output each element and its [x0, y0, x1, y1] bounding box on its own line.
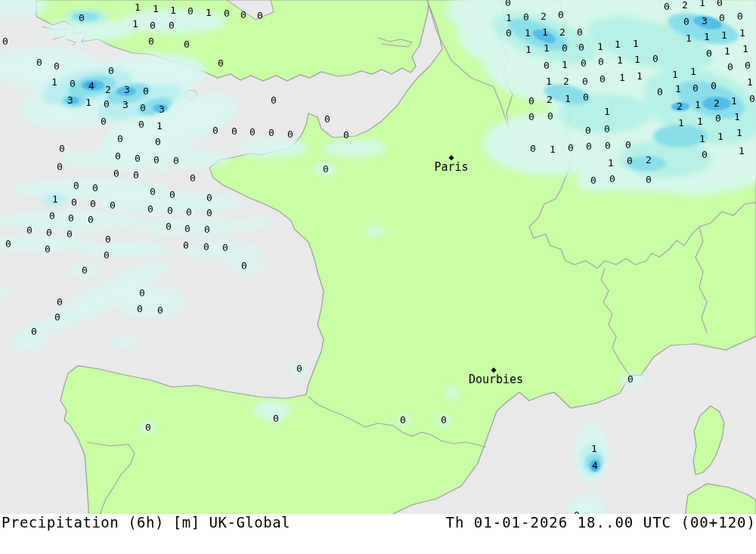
precip-value: 0 [57, 296, 63, 308]
precip-value: 0 [138, 119, 144, 130]
precip-value: 1 [591, 443, 597, 454]
precip-value: 1 [615, 39, 621, 50]
precip-value: 0 [5, 238, 11, 249]
precip-value: 0 [625, 139, 631, 150]
city-label: Dourbies [469, 373, 523, 386]
precip-value: 0 [271, 94, 277, 106]
precip-value: 0 [173, 155, 179, 166]
precip-value: 2 [646, 154, 652, 166]
precip-value: 0 [523, 11, 529, 23]
precip-value: 0 [737, 11, 743, 22]
precip-value: 0 [153, 154, 160, 166]
precip-value: 1 [637, 70, 643, 82]
precip-value: 0 [544, 60, 550, 71]
precip-value: 1 [562, 59, 568, 70]
precip-value: 0 [558, 9, 564, 20]
precip-value: 0 [147, 203, 153, 215]
map-title: Precipitation (6h) [m] UK-Global [2, 514, 290, 531]
precip-value: 0 [343, 129, 349, 141]
precip-value: 0 [627, 373, 634, 385]
precip-value: 0 [441, 414, 447, 426]
precip-value: 3 [702, 15, 708, 26]
precip-value: 1 [739, 27, 745, 39]
precip-value: 0 [46, 227, 52, 238]
precip-value: 0 [218, 57, 224, 69]
precip-value: 0 [692, 82, 699, 94]
precip-value: 0 [296, 363, 302, 374]
precip-value: 0 [190, 172, 196, 184]
precip-value: 0 [71, 197, 77, 208]
precip-value: 0 [155, 136, 161, 147]
precip-value: 1 [731, 95, 737, 107]
precip-value: 0 [206, 192, 212, 203]
precip-value: 0 [184, 39, 190, 50]
precip-value: 0 [104, 98, 110, 110]
precip-value: 0 [600, 73, 606, 85]
precip-value: 2 [559, 26, 565, 38]
precip-value: 0 [683, 16, 689, 27]
precip-value: 0 [609, 173, 615, 184]
precip-value: 0 [148, 36, 154, 47]
precip-value: 1 [156, 120, 163, 132]
precip-value: 0 [717, 0, 723, 8]
precip-value: 0 [257, 10, 263, 21]
precip-value: 1 [721, 29, 727, 41]
precip-value: 0 [45, 243, 51, 255]
precip-value: 2 [105, 84, 111, 95]
precip-value: 0 [547, 110, 553, 122]
precip-value: 0 [135, 153, 141, 164]
precip-value: 2 [563, 76, 569, 87]
weather-map-screen: 1110100000210010010200112003000001100111… [0, 0, 756, 554]
precip-value: 1 [675, 83, 681, 94]
precip-value: 0 [711, 80, 717, 91]
precip-value: 1 [672, 69, 678, 80]
precip-value: 3 [122, 99, 129, 110]
precip-value: 0 [145, 422, 151, 433]
precip-value: 0 [150, 186, 156, 197]
precip-value: 0 [108, 65, 114, 76]
precip-value: 0 [652, 53, 658, 64]
precip-value: 0 [110, 200, 116, 211]
precip-value: 0 [92, 182, 98, 193]
precip-value: 0 [206, 207, 212, 218]
precip-value: 1 [506, 12, 512, 23]
precip-value: 0 [90, 198, 96, 209]
precip-value: 0 [183, 240, 189, 251]
precip-value: 0 [137, 303, 143, 314]
precip-value: 0 [169, 189, 175, 200]
precip-value: 1 [597, 41, 603, 52]
precipitation-map: 1110100000210010010200112003000001100111… [0, 0, 756, 514]
precip-value: 0 [79, 12, 85, 23]
precip-value: 0 [590, 175, 596, 186]
precip-value: 0 [104, 249, 110, 261]
precip-value: 1 [525, 44, 531, 55]
precip-value: 1 [747, 76, 753, 88]
precip-value: 0 [224, 8, 230, 19]
precip-value: 0 [528, 111, 534, 122]
precip-value: 0 [323, 163, 329, 175]
precip-value: 0 [627, 155, 633, 166]
precip-value: 1 [699, 0, 705, 8]
precip-value: 0 [664, 1, 670, 12]
precip-value: 0 [212, 125, 218, 136]
precip-value: 0 [562, 42, 568, 54]
map-datetime: Th 01-01-2026 18..00 UTC (00+120) [446, 514, 756, 531]
precip-value: 1 [697, 116, 703, 127]
precip-value: 0 [241, 260, 247, 271]
precip-value: 1 [678, 117, 684, 128]
precip-value: 0 [583, 91, 589, 103]
precip-value: 2 [714, 97, 720, 109]
precip-value: 1 [170, 5, 176, 16]
precip-value: 1 [690, 66, 696, 77]
precip-value: 0 [2, 36, 8, 47]
precip-value: 2 [547, 94, 553, 105]
precip-value: 0 [506, 27, 512, 39]
precip-value: 0 [528, 95, 534, 107]
precip-value: 0 [586, 141, 592, 152]
precip-value: 1 [704, 31, 710, 42]
precip-value: 0 [133, 169, 139, 181]
precip-value: 0 [203, 241, 209, 252]
precip-value: 3 [67, 94, 73, 106]
precip-value: 2 [682, 0, 688, 11]
precip-value: 0 [715, 113, 721, 124]
